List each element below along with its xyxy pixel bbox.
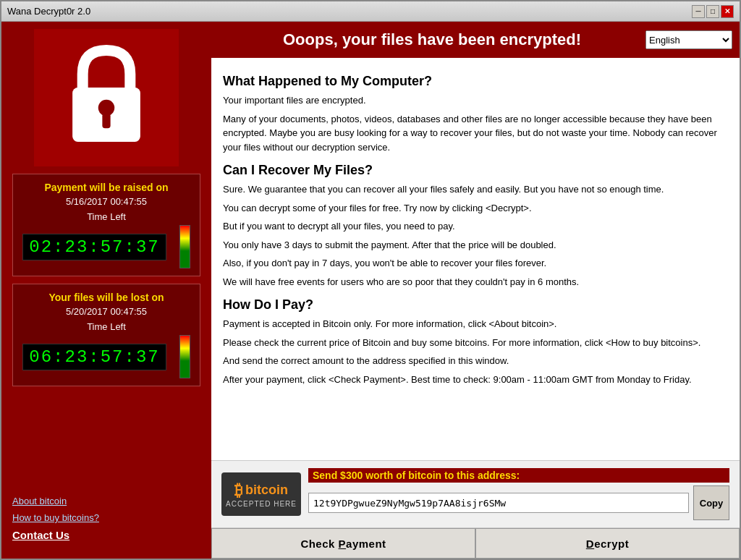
timer2-label: Time Left <box>20 321 192 332</box>
section1-para2: Many of your documents, photos, videos, … <box>223 112 728 155</box>
contact-us-link[interactable]: Contact Us <box>12 529 200 541</box>
timer2-date: 5/20/2017 00:47:55 <box>20 306 192 317</box>
section3-para1: Payment is accepted in Bitcoin only. For… <box>223 317 728 331</box>
bitcoin-address-area: Send $300 worth of bitcoin to this addre… <box>308 468 729 520</box>
how-to-buy-link[interactable]: How to buy bitcoins? <box>12 512 200 523</box>
language-select[interactable]: EnglishEspañolFrançaisDeutschItaliano中文日… <box>645 30 732 49</box>
section2-para2: You can decrypt some of your files for f… <box>223 201 728 216</box>
bitcoin-accepted-text: ACCEPTED HERE <box>226 500 297 508</box>
check-payment-button[interactable]: Check Payment <box>211 528 475 559</box>
timer2-display: 06:23:57:37 <box>22 344 166 370</box>
content-area: What Happened to My Computer? Your impor… <box>211 58 740 460</box>
timer1-display: 02:23:57:37 <box>22 234 166 260</box>
title-bar-controls: ─ □ ✕ <box>692 5 734 18</box>
bitcoin-symbol: ₿ <box>234 481 242 500</box>
section2-para6: We will have free events for users who a… <box>223 275 728 289</box>
minimize-button[interactable]: ─ <box>692 5 705 18</box>
bitcoin-section: ₿ bitcoin ACCEPTED HERE Send $300 worth … <box>211 460 740 527</box>
lock-icon <box>59 43 153 152</box>
send-label: Send $300 worth of bitcoin to this addre… <box>308 468 729 483</box>
section2-para5: Also, if you don't pay in 7 days, you wo… <box>223 256 728 271</box>
section3-para2: Please check the current price of Bitcoi… <box>223 336 728 350</box>
maximize-button[interactable]: □ <box>706 5 719 18</box>
timer1-title: Payment will be raised on <box>20 182 192 193</box>
header-title: Ooops, your files have been encrypted! <box>219 30 645 49</box>
timer-box-1: Payment will be raised on 5/16/2017 00:4… <box>12 174 200 276</box>
timer1-date: 5/16/2017 00:47:55 <box>20 196 192 207</box>
svg-rect-2 <box>102 114 110 129</box>
section3-para3: And send the correct amount to the addre… <box>223 354 728 368</box>
check-payment-label: Check Payment <box>300 538 386 550</box>
section2-heading: Can I Recover My Files? <box>223 163 728 178</box>
section2-para1: Sure. We guarantee that you can recover … <box>223 182 728 197</box>
close-button[interactable]: ✕ <box>721 5 734 18</box>
bitcoin-logo: ₿ bitcoin ACCEPTED HERE <box>221 472 301 516</box>
title-bar-text: Wana Decrypt0r 2.0 <box>7 6 90 17</box>
section1-heading: What Happened to My Computer? <box>223 74 728 89</box>
copy-button[interactable]: Copy <box>693 485 729 520</box>
header-bar: Ooops, your files have been encrypted! E… <box>211 22 740 58</box>
title-bar: Wana Decrypt0r 2.0 ─ □ ✕ <box>1 1 740 22</box>
bitcoin-word: bitcoin <box>245 483 288 498</box>
main-content: Payment will be raised on 5/16/2017 00:4… <box>1 22 740 559</box>
timer2-bar <box>179 335 190 378</box>
section2-para4: You only have 3 days to submit the payme… <box>223 238 728 253</box>
section3-heading: How Do I Pay? <box>223 297 728 313</box>
decrypt-button[interactable]: Decrypt <box>475 528 740 559</box>
bitcoin-address-input[interactable] <box>308 493 689 513</box>
links-section: About bitcoin How to buy bitcoins? Conta… <box>12 491 200 551</box>
section1-para1: Your important files are encrypted. <box>223 93 728 108</box>
timer1-bar <box>179 225 190 268</box>
section3-para4: After your payment, click <Check Payment… <box>223 373 728 387</box>
lock-icon-container <box>34 29 179 166</box>
timer1-label: Time Left <box>20 211 192 222</box>
main-window: Wana Decrypt0r 2.0 ─ □ ✕ <box>0 0 741 560</box>
bottom-buttons: Check Payment Decrypt <box>211 527 740 559</box>
bitcoin-top: ₿ bitcoin ACCEPTED HERE Send $300 worth … <box>221 468 729 520</box>
timer2-row: 06:23:57:37 <box>20 335 192 378</box>
address-row: Copy <box>308 485 729 520</box>
decrypt-label: Decrypt <box>586 538 629 550</box>
about-bitcoin-link[interactable]: About bitcoin <box>12 496 200 506</box>
left-panel: Payment will be raised on 5/16/2017 00:4… <box>1 22 211 559</box>
timer-box-2: Your files will be lost on 5/20/2017 00:… <box>12 284 200 386</box>
right-panel: Ooops, your files have been encrypted! E… <box>211 22 740 559</box>
bitcoin-logo-text: ₿ bitcoin <box>234 481 288 500</box>
timer2-title: Your files will be lost on <box>20 292 192 303</box>
timer1-row: 02:23:57:37 <box>20 225 192 268</box>
section2-para3: But if you want to decrypt all your file… <box>223 219 728 234</box>
